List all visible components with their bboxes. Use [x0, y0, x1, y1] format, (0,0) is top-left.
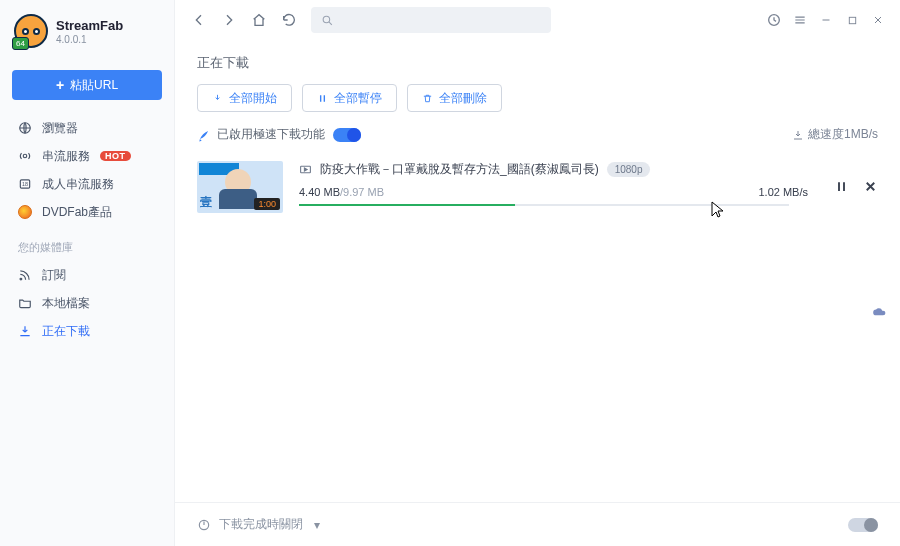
start-all-button[interactable]: 全部開始 [197, 84, 292, 112]
power-icon [197, 518, 211, 532]
svg-point-1 [23, 154, 27, 158]
progress-fill [299, 204, 515, 206]
back-button[interactable] [187, 8, 211, 32]
shutdown-toggle[interactable] [848, 518, 878, 532]
refresh-button[interactable] [277, 8, 301, 32]
item-pause-button[interactable] [834, 179, 849, 194]
delete-all-button[interactable]: 全部刪除 [407, 84, 502, 112]
app-name: StreamFab [56, 18, 123, 33]
download-item: 壹 1:00 防疫大作戰－口罩戴脫及暫存方法_國語(蔡淑鳳司長) 1080p 4… [197, 161, 878, 213]
sidebar-item-dvdfab[interactable]: DVDFab產品 [0, 198, 174, 226]
app-version: 4.0.0.1 [56, 34, 123, 45]
quality-badge: 1080p [607, 162, 651, 177]
stream-icon [18, 149, 32, 163]
sidebar-label: 串流服務 [42, 148, 90, 165]
paste-url-button[interactable]: + 粘貼URL [12, 70, 162, 100]
download-icon [212, 93, 223, 104]
start-all-label: 全部開始 [229, 90, 277, 107]
item-remove-button[interactable] [863, 179, 878, 194]
download-title: 防疫大作戰－口罩戴脫及暫存方法_國語(蔡淑鳳司長) [320, 161, 599, 178]
library-section-label: 您的媒體庫 [0, 226, 174, 261]
bottom-bar: 下載完成時關閉 ▾ [175, 502, 900, 546]
sidebar-label: 瀏覽器 [42, 120, 78, 137]
home-button[interactable] [247, 8, 271, 32]
pause-all-button[interactable]: 全部暫停 [302, 84, 397, 112]
sidebar-item-browser[interactable]: 瀏覽器 [0, 114, 174, 142]
speed-mode-row: 已啟用極速下載功能 總速度1MB/s [175, 126, 900, 153]
speed-mode-toggle[interactable] [333, 128, 361, 142]
sidebar-item-subscriptions[interactable]: 訂閱 [0, 261, 174, 289]
minimize-button[interactable] [816, 10, 836, 30]
sidebar: 64 StreamFab 4.0.0.1 + 粘貼URL 瀏覽器 串流服務 HO… [0, 0, 175, 546]
progress-bar [299, 204, 789, 206]
arch-badge: 64 [12, 37, 29, 50]
maximize-button[interactable] [842, 10, 862, 30]
download-info: 防疫大作戰－口罩戴脫及暫存方法_國語(蔡淑鳳司長) 1080p 4.40 MB … [299, 161, 808, 206]
menu-button[interactable] [790, 10, 810, 30]
close-button[interactable] [868, 10, 888, 30]
trash-icon [422, 93, 433, 104]
total-speed-label: 總速度1MB/s [808, 126, 878, 143]
video-icon [299, 163, 312, 176]
rocket-icon [197, 128, 211, 142]
download-rate: 1.02 MB/s [758, 186, 808, 198]
speed-mode-label: 已啟用極速下載功能 [217, 126, 325, 143]
main-area: 正在下載 全部開始 全部暫停 全部刪除 已啟用極速下載功能 總速度1MB/s [175, 0, 900, 546]
app-logo: 64 [14, 14, 48, 48]
thumb-duration: 1:00 [254, 198, 280, 210]
plus-icon: + [56, 77, 64, 93]
total-size: 9.97 MB [343, 186, 384, 198]
svg-rect-7 [849, 17, 855, 23]
sidebar-label: 訂閱 [42, 267, 66, 284]
sidebar-label: DVDFab產品 [42, 204, 112, 221]
adult-icon: 18 [18, 177, 32, 191]
download-icon [792, 129, 804, 141]
rss-icon [18, 268, 32, 282]
pause-all-label: 全部暫停 [334, 90, 382, 107]
download-icon [18, 324, 32, 338]
search-input[interactable] [311, 7, 551, 33]
sidebar-item-local[interactable]: 本地檔案 [0, 289, 174, 317]
total-speed: 總速度1MB/s [792, 126, 878, 143]
sidebar-item-adult[interactable]: 18 成人串流服務 [0, 170, 174, 198]
sidebar-item-streaming[interactable]: 串流服務 HOT [0, 142, 174, 170]
activity-button[interactable] [764, 10, 784, 30]
sidebar-item-downloading[interactable]: 正在下載 [0, 317, 174, 345]
folder-icon [18, 296, 32, 310]
topbar [175, 0, 900, 40]
svg-point-5 [323, 16, 330, 23]
thumb-brand: 壹 [200, 194, 212, 211]
svg-point-4 [20, 278, 22, 280]
page-title: 正在下載 [175, 40, 900, 84]
delete-all-label: 全部刪除 [439, 90, 487, 107]
video-thumbnail[interactable]: 壹 1:00 [197, 161, 283, 213]
search-icon [321, 14, 334, 27]
download-list: 壹 1:00 防疫大作戰－口罩戴脫及暫存方法_國語(蔡淑鳳司長) 1080p 4… [175, 153, 900, 502]
brand-block: 64 StreamFab 4.0.0.1 [0, 10, 174, 64]
shutdown-label: 下載完成時關閉 [219, 516, 303, 533]
bulk-actions: 全部開始 全部暫停 全部刪除 [175, 84, 900, 126]
sidebar-label: 本地檔案 [42, 295, 90, 312]
sidebar-label: 正在下載 [42, 323, 90, 340]
hot-badge: HOT [100, 151, 131, 161]
pause-icon [317, 93, 328, 104]
svg-text:18: 18 [22, 181, 28, 187]
dvdfab-icon [18, 205, 32, 219]
downloaded-size: 4.40 MB [299, 186, 340, 198]
forward-button[interactable] [217, 8, 241, 32]
paste-url-label: 粘貼URL [70, 77, 118, 94]
sidebar-label: 成人串流服務 [42, 176, 114, 193]
globe-icon [18, 121, 32, 135]
